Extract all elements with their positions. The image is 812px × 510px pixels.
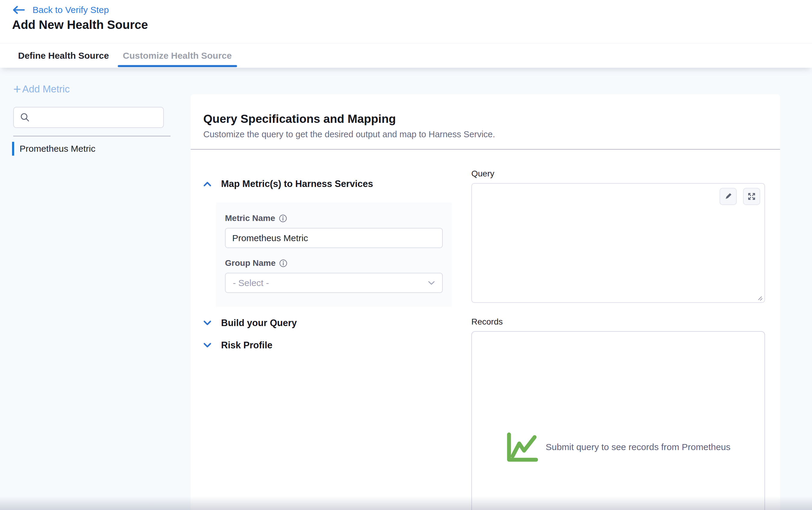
sidebar-divider (13, 136, 171, 137)
query-label: Query (471, 169, 765, 179)
metric-search-box[interactable] (13, 107, 164, 128)
section-map-metrics[interactable]: Map Metric(s) to Harness Services (203, 179, 471, 189)
section-title: Map Metric(s) to Harness Services (221, 179, 373, 189)
search-icon (20, 112, 30, 123)
tab-customize-health-source[interactable]: Customize Health Source (118, 43, 237, 68)
section-build-your-query[interactable]: Build your Query (203, 318, 471, 328)
edit-query-button[interactable] (720, 188, 737, 205)
add-metric-label: Add Metric (22, 83, 70, 95)
back-link-label[interactable]: Back to Verify Step (32, 5, 109, 15)
plus-icon: + (13, 84, 21, 94)
fullscreen-icon (747, 192, 756, 201)
group-name-label-row: Group Name (225, 258, 443, 268)
tab-define-health-source[interactable]: Define Health Source (13, 43, 114, 68)
content-area: + Add Metric Prometheus Metric Query Spe… (0, 68, 812, 510)
card-body: Map Metric(s) to Harness Services Metric… (191, 150, 780, 510)
card-title: Query Specifications and Mapping (203, 112, 767, 125)
group-name-label: Group Name (225, 258, 276, 268)
query-actions (720, 188, 760, 205)
query-editor[interactable] (471, 183, 765, 303)
query-column: Query (471, 150, 765, 510)
group-name-select[interactable]: - Select - (225, 273, 443, 293)
section-risk-profile[interactable]: Risk Profile (203, 340, 471, 351)
chevron-down-icon (203, 342, 211, 348)
metric-item-label: Prometheus Metric (20, 144, 95, 154)
main-area: Query Specifications and Mapping Customi… (191, 68, 812, 510)
records-label: Records (471, 317, 765, 327)
chevron-down-icon (203, 320, 211, 326)
metric-list-item-prometheus[interactable]: Prometheus Metric (12, 142, 191, 156)
chevron-down-icon (428, 281, 435, 285)
expand-query-button[interactable] (743, 188, 760, 205)
info-icon[interactable] (279, 214, 287, 222)
tab-bar: Define Health Source Customize Health So… (13, 43, 237, 68)
card-header: Query Specifications and Mapping Customi… (191, 94, 780, 149)
metric-mapping-form: Metric Name Group Name (216, 203, 452, 307)
select-placeholder: - Select - (233, 278, 269, 288)
records-empty-message: Submit query to see records from Prometh… (546, 442, 731, 452)
metric-name-label: Metric Name (225, 213, 275, 223)
page-header: Back to Verify Step Add New Health Sourc… (0, 0, 812, 68)
metric-search-input[interactable] (34, 108, 163, 127)
line-chart-icon (506, 432, 538, 462)
metric-name-input[interactable] (225, 228, 443, 248)
mapping-column: Map Metric(s) to Harness Services Metric… (191, 150, 471, 510)
pencil-icon (724, 192, 732, 201)
section-title: Build your Query (221, 318, 297, 328)
metric-name-label-row: Metric Name (225, 213, 443, 223)
add-metric-button[interactable]: + Add Metric (13, 83, 69, 95)
records-panel: Submit query to see records from Prometh… (471, 331, 765, 510)
selected-indicator-bar (12, 142, 14, 156)
section-title: Risk Profile (221, 340, 272, 351)
page-title: Add New Health Source (12, 18, 148, 32)
chevron-up-icon (203, 181, 211, 187)
card-subtitle: Customize the query to get the desired o… (203, 129, 767, 140)
info-icon[interactable] (279, 259, 287, 267)
back-link[interactable]: Back to Verify Step (12, 5, 109, 15)
back-arrow-icon (12, 5, 25, 15)
metrics-sidebar: + Add Metric Prometheus Metric (0, 68, 191, 510)
resize-grip-icon[interactable] (757, 296, 763, 301)
query-specifications-card: Query Specifications and Mapping Customi… (191, 94, 780, 510)
